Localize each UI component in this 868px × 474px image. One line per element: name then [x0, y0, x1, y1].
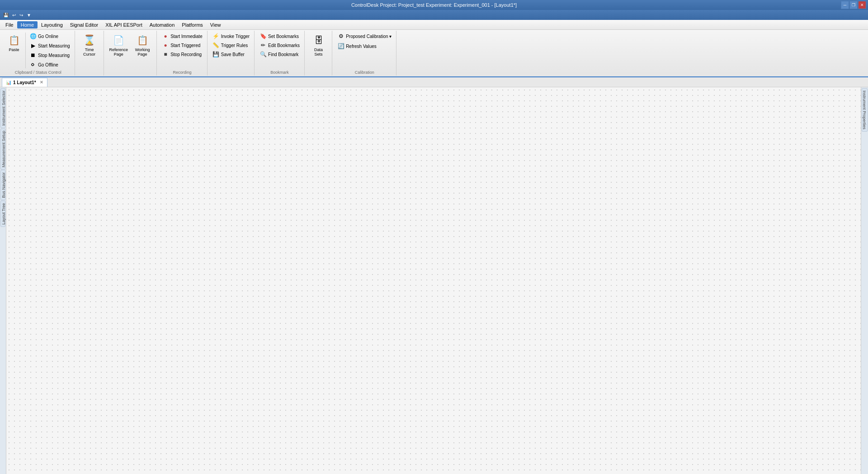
minimize-button[interactable]: ─ — [841, 1, 849, 9]
window-title: ControlDesk Project: Project_test Experi… — [351, 2, 517, 8]
data-sets-button[interactable]: 🗄 DataSets — [308, 32, 329, 58]
sidebar-tab-bus-navigator[interactable]: Bus Navigator — [0, 170, 5, 200]
invoke-trigger-icon: ⚡ — [212, 33, 220, 40]
close-button[interactable]: ✕ — [858, 1, 866, 9]
stop-recording-icon: ■ — [162, 51, 169, 58]
proposed-calibration-icon: ⚙ — [337, 33, 344, 40]
refresh-values-label: Refresh Values — [346, 44, 377, 49]
find-bookmark-icon: 🔍 — [259, 51, 267, 58]
layout-tab-icon: 📊 — [6, 80, 11, 85]
ribbon-group-datasets: 🗄 DataSets — [305, 31, 332, 76]
ribbon-group-time-cursor: ⌛ TimeCursor — [75, 31, 104, 76]
restore-button[interactable]: ❐ — [849, 1, 858, 9]
go-offline-button[interactable]: ⭘ Go Offline — [28, 60, 72, 69]
qa-save[interactable]: 💾 — [2, 12, 10, 18]
trigger-rules-label: Trigger Rules — [221, 43, 248, 48]
refresh-values-icon: 🔄 — [337, 43, 344, 50]
proposed-calibration-button[interactable]: ⚙ Proposed Calibration ▾ — [335, 32, 393, 41]
time-cursor-button[interactable]: ⌛ TimeCursor — [78, 32, 101, 58]
main-layout: Instrument Selector Measurement Setup Bu… — [0, 87, 868, 474]
ribbon-group-recording: ● Start Immediate ● Start Triggered ■ St… — [157, 31, 208, 76]
menu-home[interactable]: Home — [17, 21, 38, 28]
sidebar-tab-layout-tree[interactable]: Layout Tree — [0, 201, 5, 227]
stop-recording-label: Stop Recording — [170, 52, 202, 57]
paste-icon: 📋 — [7, 33, 21, 47]
stop-measuring-label: Stop Measuring — [38, 53, 70, 58]
ribbon: 📋 Paste 🌐 Go Online ▶ Start Measuring ⏹ … — [0, 30, 868, 77]
title-bar-controls: ─ ❐ ✕ — [841, 1, 866, 9]
go-online-button[interactable]: 🌐 Go Online — [28, 32, 72, 41]
time-cursor-label: TimeCursor — [83, 47, 95, 57]
start-immediate-label: Start Immediate — [170, 34, 203, 39]
start-immediate-icon: ● — [162, 33, 169, 40]
menu-platforms[interactable]: Platforms — [178, 21, 206, 28]
menu-xil-api[interactable]: XIL API EESPort — [102, 21, 146, 28]
menu-layouting[interactable]: Layouting — [38, 21, 66, 28]
set-bookmarks-label: Set Bookmarks — [268, 34, 299, 39]
layout-tab-1[interactable]: 📊 1 Layout1* ✕ — [2, 78, 47, 87]
right-tab-instrument-properties[interactable]: Instrument Properties — [862, 88, 868, 132]
menu-view[interactable]: View — [207, 21, 225, 28]
invoke-trigger-button[interactable]: ⚡ Invoke Trigger — [211, 32, 251, 41]
paste-label: Paste — [9, 47, 19, 52]
find-bookmark-button[interactable]: 🔍 Find Bookmark — [258, 50, 302, 59]
reference-page-icon: 📄 — [111, 33, 126, 47]
edit-bookmarks-button[interactable]: ✏ Edit Bookmarks — [258, 41, 302, 50]
go-online-icon: 🌐 — [29, 33, 37, 40]
set-bookmarks-button[interactable]: 🔖 Set Bookmarks — [258, 32, 302, 41]
invoke-trigger-label: Invoke Trigger — [221, 34, 250, 39]
time-cursor-icon: ⌛ — [82, 33, 97, 47]
reference-page-label: ReferencePage — [109, 47, 128, 57]
save-buffer-button[interactable]: 💾 Save Buffer — [211, 50, 251, 59]
start-measuring-button[interactable]: ▶ Start Measuring — [28, 41, 72, 50]
layout-tab-label: 1 Layout1* — [13, 80, 36, 85]
qa-undo[interactable]: ↩ — [11, 12, 17, 18]
bookmark-group-label: Bookmark — [270, 70, 289, 75]
ribbon-group-calibration: ⚙ Proposed Calibration ▾ 🔄 Refresh Value… — [333, 31, 396, 76]
sidebar-tab-measurement-setup[interactable]: Measurement Setup — [0, 128, 5, 170]
data-sets-icon: 🗄 — [311, 33, 326, 47]
find-bookmark-label: Find Bookmark — [268, 52, 298, 57]
calibration-group-label: Calibration — [355, 70, 374, 75]
paste-button[interactable]: 📋 Paste — [5, 32, 24, 53]
trigger-rules-button[interactable]: 📏 Trigger Rules — [211, 41, 251, 50]
save-buffer-icon: 💾 — [212, 51, 220, 58]
start-triggered-label: Start Triggered — [170, 43, 200, 48]
working-page-button[interactable]: 📋 WorkingPage — [131, 32, 154, 58]
start-immediate-button[interactable]: ● Start Immediate — [160, 32, 204, 41]
go-online-label: Go Online — [38, 34, 58, 39]
right-panel: Instrument Properties — [861, 87, 868, 474]
ribbon-group-bookmark: 🔖 Set Bookmarks ✏ Edit Bookmarks 🔍 Find … — [255, 31, 305, 76]
ribbon-group-pages: 📄 ReferencePage 📋 WorkingPage — [104, 31, 157, 76]
menu-signal-editor[interactable]: Signal Editor — [66, 21, 102, 28]
stop-measuring-icon: ⏹ — [29, 52, 37, 59]
qa-customize[interactable]: ▼ — [25, 12, 33, 18]
edit-bookmarks-label: Edit Bookmarks — [268, 43, 300, 48]
menu-automation[interactable]: Automation — [146, 21, 179, 28]
set-bookmarks-icon: 🔖 — [259, 33, 267, 40]
stop-measuring-button[interactable]: ⏹ Stop Measuring — [28, 51, 72, 60]
left-sidebar: Instrument Selector Measurement Setup Bu… — [0, 87, 6, 474]
menu-bar: File Home Layouting Signal Editor XIL AP… — [0, 20, 868, 30]
start-triggered-button[interactable]: ● Start Triggered — [160, 41, 204, 50]
clipboard-group-label: Clipboard / Status Control — [15, 70, 61, 75]
start-measuring-icon: ▶ — [29, 42, 37, 49]
qa-redo[interactable]: ↪ — [18, 12, 24, 18]
trigger-rules-icon: 📏 — [212, 42, 220, 49]
title-bar: ControlDesk Project: Project_test Experi… — [0, 0, 868, 10]
start-measuring-label: Start Measuring — [38, 43, 70, 48]
refresh-values-button[interactable]: 🔄 Refresh Values — [335, 42, 393, 51]
working-page-icon: 📋 — [135, 33, 150, 47]
sidebar-tab-instrument-selector[interactable]: Instrument Selector — [0, 88, 5, 128]
layout-tab-close[interactable]: ✕ — [40, 80, 43, 85]
reference-page-button[interactable]: 📄 ReferencePage — [107, 32, 131, 58]
go-offline-label: Go Offline — [38, 62, 58, 67]
canvas-area[interactable] — [6, 87, 861, 474]
go-offline-icon: ⭘ — [29, 61, 37, 68]
save-buffer-label: Save Buffer — [221, 52, 245, 57]
stop-recording-button[interactable]: ■ Stop Recording — [160, 50, 204, 59]
ribbon-group-trigger: ⚡ Invoke Trigger 📏 Trigger Rules 💾 Save … — [208, 31, 255, 76]
menu-file[interactable]: File — [2, 21, 17, 28]
proposed-calibration-label: Proposed Calibration ▾ — [346, 34, 392, 39]
layout-tab-bar: 📊 1 Layout1* ✕ — [0, 77, 868, 87]
